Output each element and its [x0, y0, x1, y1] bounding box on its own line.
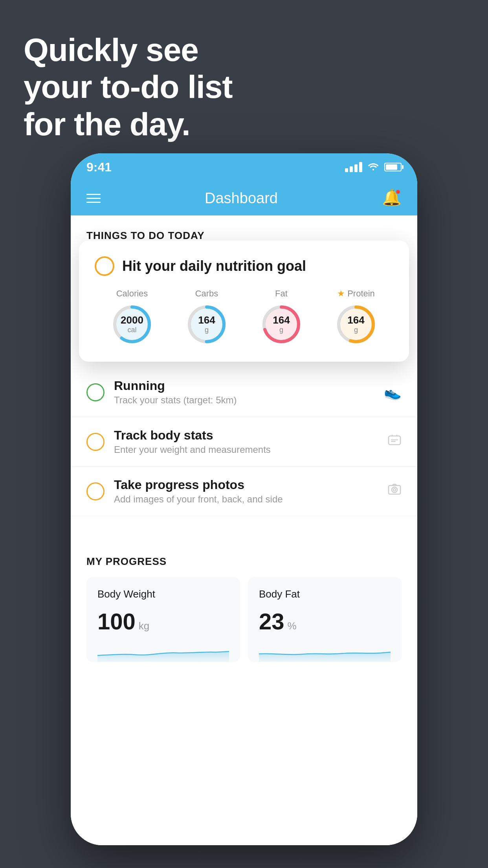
phone-mockup: 9:41 Dashboard 🔔: [71, 153, 417, 845]
fat-circle: 164 g: [260, 303, 303, 346]
status-time: 9:41: [86, 160, 112, 175]
body-stats-subtitle: Enter your weight and measurements: [114, 444, 378, 455]
body-weight-value: 100: [97, 608, 136, 634]
running-subtitle: Track your stats (target: 5km): [114, 395, 374, 406]
body-fat-chart: [259, 642, 391, 662]
nutrition-goal-card: Hit your daily nutrition goal Calories 2…: [79, 241, 409, 362]
running-check[interactable]: [86, 383, 105, 401]
todo-running[interactable]: Running Track your stats (target: 5km) 👟: [71, 368, 417, 417]
body-weight-unit: kg: [139, 620, 149, 632]
notification-bell-button[interactable]: 🔔: [382, 188, 402, 208]
headline-line1: Quickly see: [24, 31, 233, 68]
nav-bar: Dashboard 🔔: [71, 181, 417, 215]
body-weight-card: Body Weight 100 kg: [86, 577, 240, 662]
headline: Quickly see your to-do list for the day.: [24, 31, 233, 143]
todo-list: Running Track your stats (target: 5km) 👟…: [71, 368, 417, 516]
running-title: Running: [114, 379, 374, 393]
svg-point-14: [392, 487, 397, 493]
wifi-icon: [367, 161, 380, 173]
nutrition-calories: Calories 2000 cal: [110, 289, 154, 346]
body-fat-value: 23: [259, 608, 284, 634]
progress-cards: Body Weight 100 kg: [86, 577, 402, 662]
scale-icon: [387, 433, 402, 451]
calories-circle: 2000 cal: [110, 303, 154, 346]
card-title-row: Hit your daily nutrition goal: [95, 256, 393, 276]
nutrition-carbs: Carbs 164 g: [185, 289, 228, 346]
nutrition-fat: Fat 164 g: [260, 289, 303, 346]
svg-point-15: [393, 489, 396, 491]
body-fat-card: Body Fat 23 %: [248, 577, 402, 662]
notification-dot: [395, 189, 401, 195]
carbs-circle: 164 g: [185, 303, 228, 346]
body-weight-chart: [97, 642, 229, 662]
calories-label: Calories: [116, 289, 148, 299]
hamburger-menu-button[interactable]: [86, 194, 101, 203]
card-title: Hit your daily nutrition goal: [122, 258, 306, 274]
my-progress-header: MY PROGRESS: [86, 555, 402, 568]
protein-circle: 164 g: [334, 303, 378, 346]
progress-photos-subtitle: Add images of your front, back, and side: [114, 494, 378, 505]
protein-label: Protein: [347, 289, 375, 299]
photo-icon: [387, 482, 402, 500]
app-content: THINGS TO DO TODAY Hit your daily nutrit…: [71, 215, 417, 845]
nav-title: Dashboard: [205, 190, 278, 207]
body-weight-label: Body Weight: [97, 588, 229, 600]
body-fat-label: Body Fat: [259, 588, 391, 600]
star-icon: ★: [337, 289, 345, 299]
headline-line2: your to-do list: [24, 68, 233, 105]
fat-label: Fat: [275, 289, 288, 299]
carbs-label: Carbs: [195, 289, 218, 299]
body-stats-title: Track body stats: [114, 428, 378, 443]
progress-section: MY PROGRESS Body Weight 100 kg: [71, 540, 417, 678]
body-fat-unit: %: [288, 620, 297, 632]
headline-line3: for the day.: [24, 106, 233, 143]
card-circle-icon: [95, 256, 114, 276]
progress-photos-check[interactable]: [86, 482, 105, 500]
nutrition-protein: ★ Protein 164 g: [334, 289, 378, 346]
signal-bars-icon: [345, 162, 362, 172]
status-icons: [345, 161, 402, 173]
todo-body-stats[interactable]: Track body stats Enter your weight and m…: [71, 417, 417, 467]
running-shoe-icon: 👟: [384, 384, 402, 401]
progress-photos-title: Take progress photos: [114, 478, 378, 492]
todo-progress-photos[interactable]: Take progress photos Add images of your …: [71, 467, 417, 516]
body-stats-check[interactable]: [86, 433, 105, 451]
status-bar: 9:41: [71, 153, 417, 181]
battery-icon: [384, 163, 402, 171]
nutrition-row: Calories 2000 cal: [95, 289, 393, 346]
